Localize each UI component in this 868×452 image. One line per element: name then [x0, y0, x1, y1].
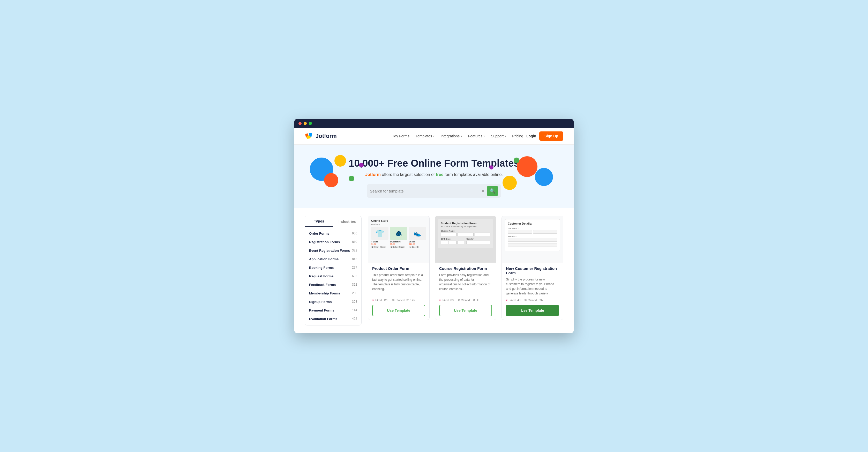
logo[interactable]: Jotform — [305, 132, 337, 140]
list-item[interactable]: Evaluation Forms 422 — [305, 314, 361, 323]
products-label: Products — [371, 223, 426, 226]
use-template-button-3[interactable]: Use Template — [506, 305, 559, 316]
card-body: Product Order Form This product order fo… — [368, 263, 429, 320]
sidebar-item-label: Booking Forms — [309, 266, 334, 270]
product-price: $1.00 — [371, 243, 389, 245]
card-stats: ♥ Liked: 83 ⧉ Cloned: 58.5k — [439, 298, 492, 302]
list-item[interactable]: Application Forms 842 — [305, 255, 361, 263]
search-input[interactable] — [370, 189, 479, 193]
nav-link-pricing: Pricing — [512, 134, 523, 138]
list-item[interactable]: Request Forms 692 — [305, 272, 361, 280]
card-title: New Customer Registration Form — [506, 266, 559, 275]
product-qty: 1 Size: S — [409, 246, 426, 248]
browser-window: Jotform My Forms Templates ▾ Integration… — [294, 119, 574, 333]
card-description: Form provides easy registration and the … — [439, 273, 492, 296]
cust-form-title: Customer Details: — [508, 222, 557, 225]
list-item[interactable]: Order Forms 906 — [305, 229, 361, 238]
reg-col-gender: Gender — [466, 238, 490, 246]
sidebar-item-count: 308 — [352, 300, 357, 304]
template-card-new-customer: Customer Details: Full Name * Address * — [501, 216, 563, 320]
sidebar-item-label: Evaluation Forms — [309, 317, 337, 321]
cloned-label: Cloned: — [461, 299, 471, 302]
search-icon: 🔍 — [490, 188, 495, 194]
card-stats: ♥ Liked: 48 ⧉ Cloned: 33k — [506, 298, 559, 302]
reg-form-title: Student Registration Form — [441, 222, 491, 225]
nav-item-integrations[interactable]: Integrations ▾ — [441, 134, 462, 138]
cloned-label: Cloned: — [396, 299, 405, 302]
svg-rect-2 — [307, 135, 311, 139]
card-preview-store: Online Store Products 👕 T-Shirt $1.00 1 … — [368, 216, 429, 263]
cust-address-label: Address * — [508, 235, 557, 238]
qty-label: Color: — [374, 246, 379, 248]
login-button[interactable]: Login — [523, 132, 539, 140]
cloned-count: 33k — [538, 299, 543, 302]
nav-item-templates[interactable]: Templates ▾ — [416, 134, 435, 138]
list-item[interactable]: Event Registration Forms 382 — [305, 246, 361, 255]
chevron-down-icon: ▾ — [505, 135, 506, 138]
cust-fullname-label: Full Name * — [508, 227, 557, 230]
product-price: $5.00 — [390, 243, 407, 245]
sidebar: Types Industries Order Forms 906 Registr… — [305, 216, 362, 326]
product-name: T-Shirt — [371, 241, 389, 243]
cust-first-name — [508, 230, 532, 234]
sidebar-item-count: 392 — [352, 283, 357, 287]
tab-types[interactable]: Types — [305, 216, 333, 227]
list-item[interactable]: Registration Forms 810 — [305, 238, 361, 246]
hero-title: 10,000+ Free Online Form Templates — [305, 157, 563, 170]
browser-bar — [294, 119, 574, 128]
reg-month — [441, 241, 448, 244]
browser-dot-close[interactable] — [299, 122, 302, 125]
sidebar-item-label: Signup Forms — [309, 300, 332, 304]
nav-item-myforms[interactable]: My Forms — [393, 134, 409, 138]
hero-section: 10,000+ Free Online Form Templates Jotfo… — [294, 145, 574, 208]
nav-item-support[interactable]: Support ▾ — [491, 134, 506, 138]
sidebar-item-label: Application Forms — [309, 257, 339, 261]
qty-value: 1 — [371, 246, 374, 248]
liked-stat: ♥ Liked: 83 — [439, 298, 454, 302]
sidebar-item-count: 810 — [352, 240, 357, 244]
nav-item-features[interactable]: Features ▾ — [468, 134, 485, 138]
reg-name-row — [441, 233, 491, 236]
signup-button[interactable]: Sign Up — [539, 131, 563, 141]
nav-item-pricing[interactable]: Pricing — [512, 134, 523, 138]
browser-dot-fullscreen[interactable] — [309, 122, 312, 125]
sidebar-tabs: Types Industries — [305, 216, 361, 227]
reg-middle-name — [458, 233, 473, 236]
use-template-button-2[interactable]: Use Template — [439, 305, 492, 316]
tab-industries[interactable]: Industries — [333, 216, 361, 227]
sidebar-list: Order Forms 906 Registration Forms 810 E… — [305, 227, 361, 325]
cloned-stat: ⧉ Cloned: 310.2k — [392, 298, 415, 302]
sidebar-item-count: 277 — [352, 266, 357, 270]
color-value: Green — [398, 246, 405, 248]
template-card-product-order: Online Store Products 👕 T-Shirt $1.00 1 … — [368, 216, 430, 320]
list-item[interactable]: Booking Forms 277 — [305, 263, 361, 272]
liked-stat: ♥ Liked: 48 — [506, 298, 520, 302]
sidebar-item-count: 144 — [352, 308, 357, 312]
card-description: Simplify the process for new customers t… — [506, 277, 559, 296]
search-clear-icon[interactable]: ✕ — [479, 188, 487, 194]
template-card-course-registration: Student Registration Form Fill out the f… — [435, 216, 497, 320]
list-item[interactable]: Signup Forms 308 — [305, 298, 361, 306]
logo-icon — [305, 132, 313, 140]
products-row: 👕 T-Shirt $1.00 1 Color: Green 🧥 — [371, 227, 426, 248]
product-price: $10.00 — [409, 243, 426, 245]
browser-dot-minimize[interactable] — [304, 122, 307, 125]
sidebar-item-count: 382 — [352, 249, 357, 252]
store-title: Online Store — [371, 219, 426, 222]
sidebar-item-count: 422 — [352, 317, 357, 321]
navbar: Jotform My Forms Templates ▾ Integration… — [294, 128, 574, 145]
list-item[interactable]: Membership Forms 200 — [305, 289, 361, 298]
product-qty: 1 Color: Green — [390, 246, 407, 248]
product-item-tshirt: 👕 T-Shirt $1.00 1 Color: Green — [371, 227, 389, 248]
reg-two-col: Birth Date Gender — [441, 238, 491, 246]
use-template-button-1[interactable]: Use Template — [372, 305, 425, 316]
heart-icon: ♥ — [372, 299, 374, 302]
search-button[interactable]: 🔍 — [487, 186, 498, 196]
heart-icon: ♥ — [439, 299, 441, 302]
decor-circle-yellow-right — [502, 176, 517, 190]
list-item[interactable]: Payment Forms 144 — [305, 306, 361, 314]
sidebar-item-label: Feedback Forms — [309, 283, 336, 287]
list-item[interactable]: Feedback Forms 392 — [305, 280, 361, 289]
card-title: Product Order Form — [372, 266, 425, 271]
cust-fullname-field: Full Name * — [508, 227, 557, 234]
